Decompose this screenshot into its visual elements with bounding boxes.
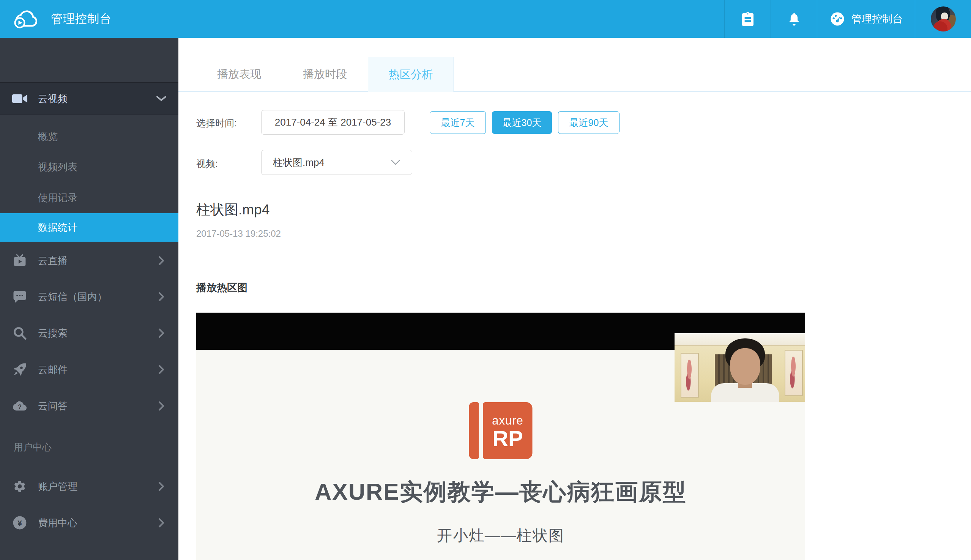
svg-text:¥: ¥ <box>17 518 22 527</box>
axure-logo-bar <box>469 402 479 459</box>
heatmap-section-label: 播放热区图 <box>196 281 247 294</box>
sidebar-item-cloud-video[interactable]: 云视频 <box>0 82 179 115</box>
gauge-icon <box>829 11 845 27</box>
console-switcher[interactable]: 管理控制台 <box>817 0 915 38</box>
console-label: 管理控制台 <box>851 12 903 26</box>
chevron-right-icon <box>156 292 167 302</box>
axure-logo-box: axure RP <box>483 402 532 459</box>
cloud-question-icon: ? <box>12 400 28 412</box>
analytics-tabs: 播放表现 播放时段 热区分析 <box>179 57 971 92</box>
webcam-painting-left <box>681 353 699 398</box>
chevron-right-icon <box>156 481 167 492</box>
yen-circle-icon: ¥ <box>12 516 28 530</box>
notifications-button[interactable] <box>771 0 817 38</box>
chevron-down-icon <box>156 95 167 102</box>
video-filter-label: 视频: <box>196 157 218 170</box>
video-title: 柱状图.mp4 <box>196 200 270 219</box>
search-icon <box>12 326 28 340</box>
sidebar-item-cloud-sms[interactable]: 云短信（国内） <box>0 278 179 315</box>
date-range-input[interactable]: 2017-04-24 至 2017-05-23 <box>261 110 405 135</box>
tab-playback-periods[interactable]: 播放时段 <box>282 57 368 92</box>
chevron-right-icon <box>156 328 167 338</box>
video-select[interactable]: 柱状图.mp4 <box>261 150 412 175</box>
axure-rp-logo: axure RP <box>469 402 532 459</box>
last-7-days-button[interactable]: 最近7天 <box>430 111 486 134</box>
sidebar-subitem-usage-records[interactable]: 使用记录 <box>0 182 179 213</box>
chevron-down-icon <box>390 159 400 165</box>
sidebar-subitem-overview[interactable]: 概览 <box>0 122 179 152</box>
sidebar-item-cloud-qa[interactable]: ? 云问答 <box>0 388 179 424</box>
slide-subline: 开小灶——柱状图 <box>196 525 805 546</box>
chat-bubble-icon <box>12 290 28 303</box>
tasks-button[interactable] <box>724 0 771 38</box>
tab-playback-performance[interactable]: 播放表现 <box>196 57 282 92</box>
presenter-webcam <box>674 333 805 402</box>
tv-icon <box>12 254 28 267</box>
top-actions: 管理控制台 <box>724 0 971 38</box>
video-camera-icon <box>12 93 28 104</box>
sidebar: 产品与服务 云视频 概览 视频列表 使用记录 数据统计 <box>0 38 179 560</box>
sidebar-subitem-data-statistics[interactable]: 数据统计 <box>0 213 179 242</box>
last-90-days-button[interactable]: 最近90天 <box>558 111 619 134</box>
sidebar-item-account-management[interactable]: 账户管理 <box>0 468 179 505</box>
divider <box>196 249 957 249</box>
sidebar-section-user-center: 用户中心 <box>14 441 52 453</box>
rocket-icon <box>12 363 28 377</box>
video-player[interactable]: axure RP AXURE实例教学—丧心病狂画原型 开小灶——柱状图 <box>196 313 805 560</box>
webcam-painting-right <box>785 350 803 396</box>
time-filter-label: 选择时间: <box>196 117 237 129</box>
brand-title: 管理控制台 <box>51 11 112 27</box>
presenter-face <box>730 348 760 385</box>
slide-headline: AXURE实例教学—丧心病狂画原型 <box>196 477 805 508</box>
gear-icon <box>12 480 28 493</box>
admin-console-app: 管理控制台 <box>0 0 971 560</box>
sidebar-item-cloud-mail[interactable]: 云邮件 <box>0 351 179 388</box>
last-30-days-button[interactable]: 最近30天 <box>492 111 552 134</box>
top-bar: 管理控制台 <box>0 0 971 38</box>
main-content: 播放表现 播放时段 热区分析 选择时间: 2017-04-24 至 2017-0… <box>179 38 971 560</box>
video-timestamp: 2017-05-13 19:25:02 <box>196 228 281 239</box>
chevron-right-icon <box>156 255 167 266</box>
chevron-right-icon <box>156 401 167 411</box>
brand[interactable]: 管理控制台 <box>0 0 179 38</box>
user-avatar <box>931 7 956 32</box>
clipboard-icon <box>740 12 756 27</box>
sidebar-item-billing-center[interactable]: ¥ 费用中心 <box>0 505 179 541</box>
user-menu[interactable] <box>915 0 971 38</box>
sidebar-item-label: 云视频 <box>38 92 68 105</box>
cloud-play-icon <box>14 9 42 29</box>
sidebar-subitem-video-list[interactable]: 视频列表 <box>0 152 179 182</box>
tab-heatmap-analysis[interactable]: 热区分析 <box>368 57 454 92</box>
bell-icon <box>787 12 801 26</box>
svg-text:?: ? <box>18 404 22 410</box>
video-select-value: 柱状图.mp4 <box>273 156 325 169</box>
sidebar-item-cloud-search[interactable]: 云搜索 <box>0 315 179 351</box>
sidebar-item-cloud-live[interactable]: 云直播 <box>0 243 179 278</box>
chevron-right-icon <box>156 518 167 528</box>
chevron-right-icon <box>156 364 167 375</box>
